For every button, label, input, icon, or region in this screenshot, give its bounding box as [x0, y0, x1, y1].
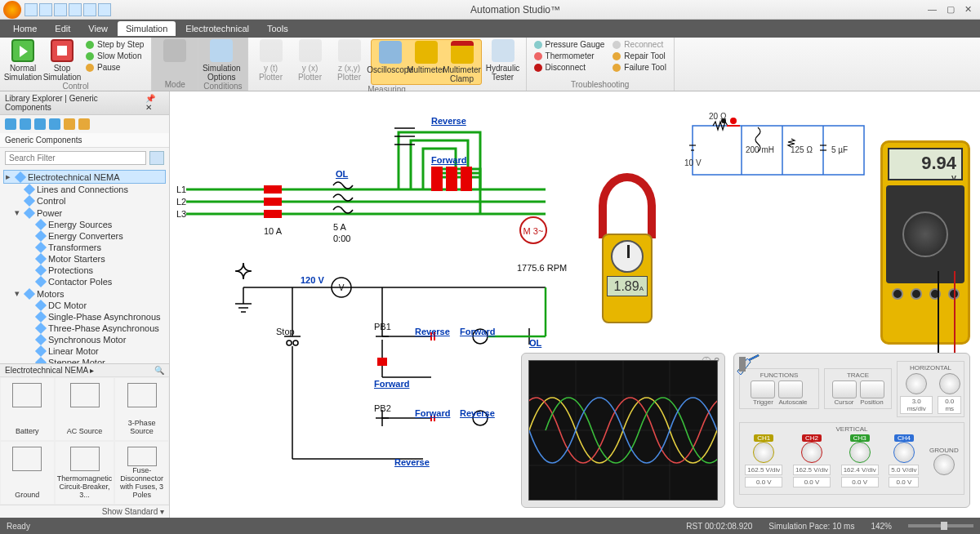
tree-node[interactable]: Energy Sources: [3, 219, 166, 230]
yt-plotter-button[interactable]: y (t) Plotter: [253, 39, 289, 82]
qat-icon[interactable]: [83, 3, 96, 16]
minimize-button[interactable]: —: [928, 4, 937, 15]
tree-node[interactable]: Transformers: [3, 242, 166, 253]
scope-channel[interactable]: CH45.0 V/div0.0 V: [889, 434, 919, 487]
tree-node[interactable]: ▸Electrotechnical NEMA: [3, 170, 166, 184]
jack-icon[interactable]: [911, 288, 922, 300]
toolbar-icon[interactable]: [34, 118, 46, 130]
toolbar-icon[interactable]: [78, 118, 90, 130]
disconnect-button[interactable]: Disconnect: [532, 62, 608, 73]
yx-plotter-button[interactable]: y (x) Plotter: [292, 39, 328, 82]
simulation-options-button[interactable]: Simulation Options: [203, 39, 239, 82]
preview-cell[interactable]: Fuse-Disconnector with Fuses, 3 Poles: [114, 441, 169, 505]
timeoffset-knob[interactable]: [939, 373, 960, 394]
trigger-button[interactable]: [751, 380, 775, 398]
toolbar-icon[interactable]: [64, 118, 75, 130]
tree-node[interactable]: Stepper Motor: [3, 357, 166, 363]
search-icon[interactable]: 🔍: [154, 366, 164, 375]
normal-simulation-button[interactable]: Normal Simulation: [5, 39, 41, 82]
phase-l1-label: L1: [176, 185, 186, 194]
oscilloscope-button[interactable]: Oscilloscope: [372, 41, 408, 83]
maximize-button[interactable]: ▢: [947, 4, 955, 15]
scope-channel[interactable]: CH2162.5 V/div0.0 V: [793, 434, 831, 487]
preview-cell[interactable]: Thermomagnetic Circuit-Breaker, 3...: [55, 441, 115, 505]
mode-button[interactable]: [157, 39, 193, 64]
stop-simulation-button[interactable]: Stop Simulation: [44, 39, 80, 82]
control-circuit-drawing: V: [219, 255, 562, 483]
search-options-icon[interactable]: [149, 151, 164, 165]
clamp-dial[interactable]: [611, 240, 644, 273]
zoom-slider[interactable]: [908, 524, 973, 527]
close-button[interactable]: ✕: [964, 4, 972, 15]
position-button[interactable]: [860, 380, 884, 398]
autoscale-button[interactable]: [778, 380, 803, 398]
scope-channel[interactable]: CH1162.5 V/div0.0 V: [745, 434, 782, 487]
panel-close-icon[interactable]: ✕: [145, 103, 152, 112]
pin-icon[interactable]: 📌: [145, 94, 155, 103]
menu-tab-view[interactable]: View: [80, 21, 116, 36]
preview-cell[interactable]: Battery: [0, 377, 55, 441]
ribbon-group-conditions: Simulation Options Conditions: [198, 38, 247, 91]
toolbar-icon[interactable]: [49, 118, 60, 130]
menu-tab-tools[interactable]: Tools: [259, 21, 296, 36]
cursor-button[interactable]: [832, 380, 857, 398]
tree-node[interactable]: Synchronous Motor: [3, 334, 166, 345]
qat-icon[interactable]: [39, 3, 52, 16]
tree-node[interactable]: Lines and Connections: [3, 184, 166, 195]
qat-icon[interactable]: [54, 3, 67, 16]
preview-footer[interactable]: Show Standard ▾: [0, 505, 169, 518]
search-input[interactable]: [5, 151, 146, 165]
hydraulic-tester-button[interactable]: Hydraulic Tester: [485, 39, 521, 82]
pause-button[interactable]: Pause: [83, 62, 146, 73]
library-toolbar[interactable]: [0, 115, 169, 133]
schematic-canvas[interactable]: M 3~ L1 L2 L3 10 A OL 5 A 0:00 Reverse F…: [170, 91, 980, 518]
tree-node[interactable]: DC Motor: [3, 300, 166, 311]
reconnect-button[interactable]: Reconnect: [610, 39, 669, 50]
menu-tab-edit[interactable]: Edit: [47, 21, 78, 36]
tree-node[interactable]: ▾Motors: [3, 287, 166, 300]
zxy-plotter-button[interactable]: z (x,y) Plotter: [332, 39, 368, 82]
timediv-knob[interactable]: [906, 373, 927, 394]
tree-node[interactable]: Control: [3, 195, 166, 207]
multimeter-button[interactable]: Multimeter: [408, 41, 444, 83]
pressure-gauge-button[interactable]: Pressure Gauge: [532, 39, 608, 50]
menu-tab-electrotechnical[interactable]: Electrotechnical: [177, 21, 257, 36]
clamp-meter[interactable]: 1.89A: [590, 173, 664, 336]
step-by-step-button[interactable]: Step by Step: [83, 39, 146, 50]
tree-node[interactable]: Protections: [3, 265, 166, 276]
quick-access-toolbar[interactable]: [24, 3, 111, 16]
forward-seal-label: Forward: [374, 379, 409, 389]
menu-tab-simulation[interactable]: Simulation: [118, 21, 176, 36]
preview-cell[interactable]: AC Source: [55, 377, 115, 441]
tree-node[interactable]: Motor Starters: [3, 253, 166, 265]
tree-node[interactable]: Energy Converters: [3, 230, 166, 242]
jack-icon[interactable]: [892, 288, 903, 300]
menu-tab-home[interactable]: Home: [5, 21, 45, 36]
tree-node[interactable]: ▾Power: [3, 207, 166, 219]
toolbar-icon[interactable]: [5, 118, 16, 130]
qat-icon[interactable]: [69, 3, 82, 16]
failure-tool-button[interactable]: Failure Tool: [610, 62, 669, 73]
oscilloscope-controls[interactable]: FUNCTIONS Trigger Autoscale TRACE Cursor…: [733, 353, 970, 508]
tree-node[interactable]: Three-Phase Asynchronous: [3, 323, 166, 334]
dmm-dial[interactable]: [902, 211, 948, 257]
tree-node[interactable]: Contactor Poles: [3, 276, 166, 287]
oscilloscope-display[interactable]: ⓘ ?: [521, 353, 725, 508]
thermometer-button[interactable]: Thermometer: [532, 51, 608, 61]
tree-node[interactable]: Single-Phase Asynchronous: [3, 311, 166, 323]
multimeter-clamp-button[interactable]: Multimeter Clamp: [444, 41, 480, 83]
scope-channel[interactable]: CH3162.4 V/div0.0 V: [841, 434, 879, 487]
toolbar-icon[interactable]: [20, 118, 31, 130]
scope-ground[interactable]: GROUND: [929, 447, 959, 475]
component-tree[interactable]: ▸Electrotechnical NEMALines and Connecti…: [0, 168, 169, 363]
multimeter[interactable]: 9.94V: [880, 140, 970, 345]
slow-motion-button[interactable]: Slow Motion: [83, 51, 146, 61]
qat-icon[interactable]: [24, 3, 38, 16]
status-pace: Simulation Pace: 10 ms: [768, 522, 854, 531]
preview-cell[interactable]: 3-Phase Source: [114, 377, 169, 441]
repair-tool-button[interactable]: Repair Tool: [610, 51, 669, 61]
tree-node[interactable]: Linear Motor: [3, 345, 166, 357]
preview-cell[interactable]: Ground: [0, 441, 55, 505]
preview-header[interactable]: Electrotechnical NEMA ▸: [5, 366, 95, 375]
qat-icon[interactable]: [98, 3, 111, 16]
